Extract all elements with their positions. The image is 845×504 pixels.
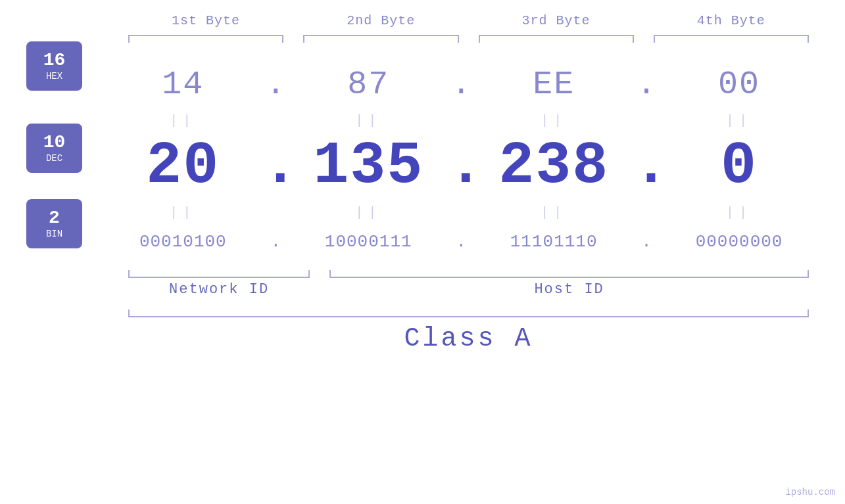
byte-headers: 1st Byte 2nd Byte 3rd Byte 4th Byte <box>26 13 819 28</box>
dec-dot-3: . <box>633 133 660 200</box>
bin-val-1: 00010100 <box>103 232 262 252</box>
id-brackets <box>118 265 819 278</box>
hex-dot-2: . <box>448 66 474 103</box>
full-bracket <box>118 304 819 317</box>
bin-val-4: 00000000 <box>660 232 819 252</box>
bin-badge: 2 BIN <box>26 199 82 248</box>
hex-badge-num: 16 <box>43 51 66 71</box>
byte2-header: 2nd Byte <box>293 13 468 28</box>
dec-val-3: 238 <box>474 137 633 196</box>
dec-val-4: 0 <box>660 137 819 196</box>
sep2-4: || <box>660 205 819 220</box>
sep1-3: || <box>474 113 633 128</box>
id-labels: Network ID Host ID <box>118 281 819 298</box>
parallel-rows: 16 HEX 10 DEC 2 BIN <box>26 58 819 262</box>
sep1-2: || <box>289 113 448 128</box>
sep2-3: || <box>474 205 633 220</box>
byte1-header: 1st Byte <box>118 13 293 28</box>
byte3-header: 3rd Byte <box>469 13 644 28</box>
bottom-section: Network ID Host ID Class A <box>26 265 819 354</box>
sep1-1: || <box>103 113 262 128</box>
class-label: Class A <box>118 324 819 354</box>
dec-dot-1: . <box>262 133 289 200</box>
main-container: 1st Byte 2nd Byte 3rd Byte 4th Byte 16 H… <box>0 0 845 504</box>
dec-dot-2: . <box>448 133 474 200</box>
hex-val-4: 00 <box>660 66 819 103</box>
hex-dot-3: . <box>633 66 660 103</box>
hex-val-3: EE <box>474 66 633 103</box>
bin-row: 00010100 . 10000111 . 11101110 . <box>103 222 819 262</box>
bracket-byte1 <box>118 35 293 48</box>
dec-val-1: 20 <box>103 137 262 196</box>
sep2-2: || <box>289 205 448 220</box>
bin-dot-3: . <box>633 232 660 252</box>
bin-dot-1: . <box>262 232 289 252</box>
bin-val-2: 10000111 <box>289 232 448 252</box>
hex-val-2: 87 <box>289 66 448 103</box>
bin-badge-num: 2 <box>49 208 60 229</box>
bin-badge-label: BIN <box>46 229 62 239</box>
host-id-bracket <box>320 265 819 278</box>
network-id-bracket <box>118 265 320 278</box>
dec-row: 20 . 135 . 238 . 0 <box>103 130 819 202</box>
separator-row-2: || || || || <box>103 202 819 222</box>
byte4-header: 4th Byte <box>644 13 819 28</box>
dec-val-2: 135 <box>289 137 448 196</box>
hex-row: 14 . 87 . EE . 00 <box>103 58 819 110</box>
bin-val-3: 11101110 <box>474 232 633 252</box>
hex-val-1: 14 <box>103 66 262 103</box>
badge-column: 16 HEX 10 DEC 2 BIN <box>26 58 103 262</box>
bracket-byte2 <box>293 35 468 48</box>
bracket-byte4 <box>644 35 819 48</box>
bin-dot-2: . <box>448 232 474 252</box>
dec-badge-label: DEC <box>46 153 62 164</box>
dec-badge: 10 DEC <box>26 124 82 173</box>
dec-badge-num: 10 <box>43 133 66 153</box>
sep1-4: || <box>660 113 819 128</box>
network-id-label: Network ID <box>118 281 320 298</box>
bracket-byte3 <box>469 35 644 48</box>
hex-badge: 16 HEX <box>26 41 82 91</box>
separator-row-1: || || || || <box>103 110 819 130</box>
hex-dot-1: . <box>262 66 289 103</box>
data-rows: 14 . 87 . EE . 00 <box>103 58 819 262</box>
hex-badge-label: HEX <box>46 71 62 81</box>
top-brackets <box>26 35 819 48</box>
sep2-1: || <box>103 205 262 220</box>
host-id-label: Host ID <box>320 281 819 298</box>
watermark: ipshu.com <box>785 487 835 497</box>
